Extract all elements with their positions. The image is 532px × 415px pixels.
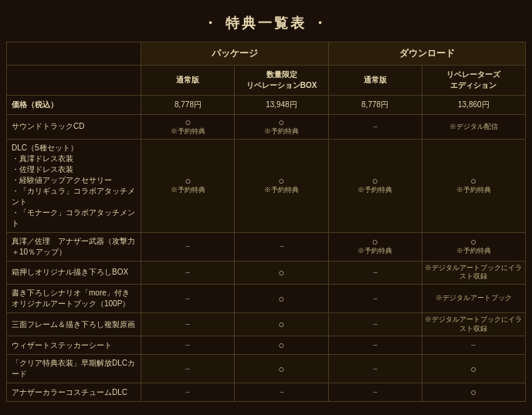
cell-note: ※予約特典 xyxy=(424,247,524,256)
data-cell-r4-c1: ○ xyxy=(235,285,328,313)
dash-icon: － xyxy=(371,339,380,350)
data-cell-r3-c0: － xyxy=(141,261,235,284)
table-row: 「クリア特典衣装」早期解放DLCカード－○－○ xyxy=(7,355,526,383)
table-row: 真澪／佐理 アナザー武器（攻撃力＋10％アップ）－－○※予約特典○※予約特典 xyxy=(7,232,526,261)
circle-icon: ○ xyxy=(424,364,524,374)
download-group-header: ダウンロード xyxy=(328,42,525,66)
row-label-6: ウィザートステッカーシート xyxy=(7,336,141,355)
dash-icon: － xyxy=(371,267,380,278)
circle-icon: ○ xyxy=(236,268,326,278)
data-cell-r7-c3: ○ xyxy=(422,355,525,383)
col-header-1: 通常版 xyxy=(141,66,235,96)
data-cell-r3-c1: ○ xyxy=(235,261,328,284)
data-cell-r2-c2: ○※予約特典 xyxy=(328,232,422,261)
row-label-1: DLC（5種セット） ・真澪ドレス衣装 ・佐理ドレス衣装 ・経験値アップアクセサ… xyxy=(7,139,141,232)
circle-icon: ○ xyxy=(236,340,326,350)
table-row: 書き下ろしシナリオ「more」付きオリジナルアートブック（100P）－○－※デジ… xyxy=(7,285,526,313)
dash-icon: － xyxy=(371,363,380,374)
dash-icon: － xyxy=(469,339,478,350)
price-4: 13,860円 xyxy=(422,96,525,115)
row-label-0: サウンドトラックCD xyxy=(7,115,141,140)
data-cell-r4-c3: ※デジタルアートブック xyxy=(422,285,525,313)
circle-icon: ○ xyxy=(236,117,326,127)
circle-icon: ○ xyxy=(330,237,420,247)
table-row: ウィザートステッカーシート－○－－ xyxy=(7,336,526,355)
row-label-7: 「クリア特典衣装」早期解放DLCカード xyxy=(7,355,141,383)
package-group-header: パッケージ xyxy=(141,42,328,66)
data-cell-r1-c2: ○※予約特典 xyxy=(328,139,422,232)
cell-note: ※予約特典 xyxy=(424,186,524,195)
data-cell-r5-c2: － xyxy=(328,313,422,336)
cell-note: ※予約特典 xyxy=(236,127,326,137)
row-label-8: アナザーカラーコスチュームDLC xyxy=(7,383,141,402)
circle-icon: ○ xyxy=(236,294,326,304)
circle-icon: ○ xyxy=(424,387,524,397)
cell-note: ※予約特典 xyxy=(143,127,232,137)
data-cell-r0-c0: ○※予約特典 xyxy=(141,115,235,140)
dash-icon: － xyxy=(371,121,380,132)
circle-icon: ○ xyxy=(330,176,420,186)
data-cell-r1-c3: ○※予約特典 xyxy=(422,139,525,232)
dash-icon: － xyxy=(371,386,380,397)
data-cell-r8-c0: － xyxy=(141,383,235,402)
data-cell-r8-c2: － xyxy=(328,383,422,402)
dash-icon: － xyxy=(183,339,192,350)
cell-note: ※デジタルアートブックにイラスト収録 xyxy=(424,264,524,282)
data-cell-r0-c3: ※デジタル配信 xyxy=(422,115,525,140)
dash-icon: － xyxy=(183,267,192,278)
data-cell-r0-c1: ○※予約特典 xyxy=(235,115,328,140)
data-cell-r5-c3: ※デジタルアートブックにイラスト収録 xyxy=(422,313,525,336)
col-header-3: 通常版 xyxy=(328,66,422,96)
data-cell-r2-c1: － xyxy=(235,232,328,261)
cell-note: ※予約特典 xyxy=(236,186,326,195)
row-label-2: 真澪／佐理 アナザー武器（攻撃力＋10％アップ） xyxy=(7,232,141,261)
circle-icon: ○ xyxy=(143,117,232,127)
data-cell-r4-c2: － xyxy=(328,285,422,313)
data-cell-r1-c0: ○※予約特典 xyxy=(141,139,235,232)
cell-note: ※デジタルアートブックにイラスト収録 xyxy=(424,315,524,333)
row-label-3: 箱押しオリジナル描き下ろしBOX xyxy=(7,261,141,284)
price-label: 価格（税込） xyxy=(7,96,141,115)
table-row: サウンドトラックCD○※予約特典○※予約特典－※デジタル配信 xyxy=(7,115,526,140)
data-cell-r6-c0: － xyxy=(141,336,235,355)
data-cell-r8-c1: － xyxy=(235,383,328,402)
table-row: アナザーカラーコスチュームDLC－－－○ xyxy=(7,383,526,402)
data-cell-r8-c3: ○ xyxy=(422,383,525,402)
dash-icon: － xyxy=(277,386,286,397)
data-cell-r7-c0: － xyxy=(141,355,235,383)
row-label-5: 三面フレーム＆描き下ろし複製原画 xyxy=(7,313,141,336)
data-cell-r2-c3: ○※予約特典 xyxy=(422,232,525,261)
circle-icon: ○ xyxy=(236,176,326,186)
dash-icon: － xyxy=(183,319,192,329)
cell-note: ※予約特典 xyxy=(330,186,420,195)
cell-note: ※デジタルアートブック xyxy=(424,294,524,303)
data-cell-r6-c1: ○ xyxy=(235,336,328,355)
page-title: ・ 特典一覧表 ・ xyxy=(6,8,526,42)
price-2: 13,948円 xyxy=(235,96,328,115)
col-header-2: 数量限定 リベレーションBOX xyxy=(235,66,328,96)
circle-icon: ○ xyxy=(143,176,232,186)
dash-icon: － xyxy=(371,293,380,304)
circle-icon: ○ xyxy=(424,176,524,186)
cell-note: ※予約特典 xyxy=(330,247,420,256)
row-label-4: 書き下ろしシナリオ「more」付きオリジナルアートブック（100P） xyxy=(7,285,141,313)
cell-note: ※予約特典 xyxy=(143,186,232,195)
data-cell-r5-c0: － xyxy=(141,313,235,336)
data-cell-r2-c0: － xyxy=(141,232,235,261)
dash-icon: － xyxy=(371,319,380,329)
data-cell-r7-c1: ○ xyxy=(235,355,328,383)
data-cell-r4-c0: － xyxy=(141,285,235,313)
table-row: 箱押しオリジナル描き下ろしBOX－○－※デジタルアートブックにイラスト収録 xyxy=(7,261,526,284)
data-cell-r1-c1: ○※予約特典 xyxy=(235,139,328,232)
data-cell-r6-c2: － xyxy=(328,336,422,355)
dash-icon: － xyxy=(277,241,286,251)
header-corner xyxy=(7,42,141,66)
page-wrapper: ・ 特典一覧表 ・ パッケージ ダウンロード 通常版 数量限定 リベレー xyxy=(0,0,532,410)
dash-icon: － xyxy=(183,241,192,251)
col-header-4: リベレーターズ エディション xyxy=(422,66,525,96)
sub-header-corner xyxy=(7,66,141,96)
data-cell-r3-c3: ※デジタルアートブックにイラスト収録 xyxy=(422,261,525,284)
benefits-table: パッケージ ダウンロード 通常版 数量限定 リベレーションBOX 通常版 リベレ… xyxy=(6,42,526,402)
circle-icon: ○ xyxy=(236,364,326,374)
price-3: 8,778円 xyxy=(328,96,422,115)
